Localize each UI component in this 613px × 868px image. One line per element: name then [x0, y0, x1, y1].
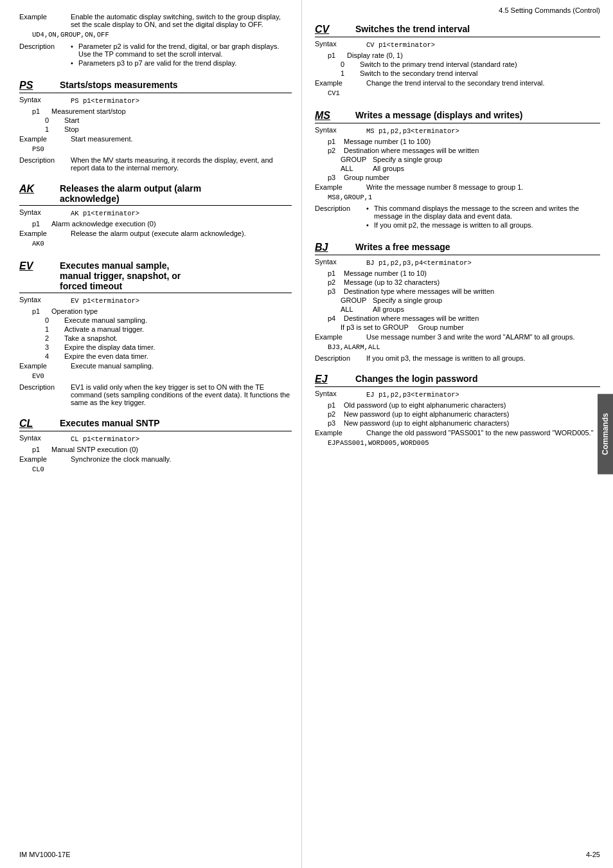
left-column: Example Enable the automatic display swi… [0, 0, 302, 868]
ps-desc-text: When the MV starts measuring, it records… [71, 156, 292, 172]
ak-code: AK [19, 183, 55, 195]
ej-p2-label: p2 [328, 410, 344, 418]
ak-p1-label: p1 [32, 220, 51, 228]
ms-example-code: MS8,GROUP,1 [328, 194, 372, 201]
cl-heading: Executes manual SNTP [60, 418, 160, 428]
bj-p1-label: p1 [328, 269, 344, 277]
ak-section: AK Releases the alarm output (alarm ackn… [19, 183, 292, 249]
bullet-icon-2: • [71, 59, 78, 67]
cl-syntax-text: CL p1<terminator> [71, 435, 292, 443]
ms-p2-desc: Destination where messages will be writt… [344, 147, 479, 154]
bj-p3-label: p3 [328, 287, 344, 295]
ev-val1-desc: Activate a manual trigger. [64, 325, 144, 333]
ms-bullet-icon-2: • [366, 221, 374, 229]
ak-heading1: Releases the alarm output (alarm [60, 183, 201, 194]
cl-example-code: CL0 [32, 466, 44, 473]
ev-title-row: EV Executes manual sample, manual trigge… [19, 260, 292, 293]
footer-right: 4-25 [586, 851, 600, 858]
ej-example-label: Example [315, 429, 366, 437]
ev-desc-label: Description [19, 383, 71, 406]
ms-p3-label: p3 [328, 174, 344, 181]
ms-all-desc: All groups [373, 165, 404, 172]
bj-desc-text: If you omit p3, the message is written t… [366, 354, 600, 362]
cv-syntax-text: CV p1<terminator> [366, 41, 600, 49]
ms-desc-label: Description [315, 204, 366, 230]
cv-val1-desc: Switch to the secondary trend interval [360, 69, 477, 77]
intro-bullet-1-text: Parameter p2 is valid for the trend, dig… [78, 42, 292, 58]
bj-group-desc: Specify a single group [373, 296, 442, 304]
ej-example-code: EJPASS001,WORD005,WORD005 [328, 439, 429, 447]
ej-section: EJ Changes the login password Syntax EJ … [315, 374, 600, 448]
header-title: 4.5 Setting Commands (Control) [499, 6, 600, 14]
ps-syntax-text: PS p1<terminator> [71, 97, 292, 105]
ev-val2-desc: Take a snapshot. [64, 334, 118, 342]
ms-section: MS Writes a message (displays and writes… [315, 110, 600, 230]
bj-example-text: Use message number 3 and write the word … [366, 333, 600, 341]
cl-example-label: Example [19, 455, 71, 463]
bj-group-label: GROUP [341, 296, 373, 304]
ms-example-label: Example [315, 183, 366, 191]
ev-val4: 4 [45, 352, 64, 360]
bj-p4-label: p4 [328, 314, 344, 322]
cl-section: CL Executes manual SNTP Syntax CL p1<ter… [19, 418, 292, 475]
intro-example-code: UD4,ON,GROUP,ON,OFF [32, 31, 292, 39]
ev-example-text: Execute manual sampling. [71, 362, 292, 370]
ej-p3-label: p3 [328, 419, 344, 427]
page-header: 4.5 Setting Commands (Control) [315, 6, 600, 17]
right-column: 4.5 Setting Commands (Control) CV Switch… [302, 0, 613, 868]
ms-p3-desc: Group number [344, 174, 389, 181]
ps-example-text: Start measurement. [71, 135, 292, 143]
ev-heading: Executes manual sample, manual trigger, … [60, 260, 181, 291]
cl-syntax-label: Syntax [19, 434, 71, 444]
intro-bullet-1: • Parameter p2 is valid for the trend, d… [71, 42, 292, 58]
ev-syntax-text: EV p1<terminator> [71, 297, 292, 305]
ms-p2-label: p2 [328, 147, 344, 154]
bj-all-desc: All groups [373, 305, 404, 313]
ps-title-row: PS Starts/stops measurements [19, 80, 292, 93]
ms-syntax-label: Syntax [315, 126, 366, 136]
ev-val3-desc: Expire the display data timer. [64, 343, 155, 351]
cl-p1-desc: Manual SNTP execution (0) [51, 446, 138, 453]
ms-syntax-text: MS p1,p2,p3<terminator> [366, 127, 600, 135]
bj-heading: Writes a free message [355, 242, 450, 252]
ej-code: EJ [315, 374, 350, 385]
ak-p1-desc: Alarm acknowledge execution (0) [51, 220, 156, 228]
ev-example-label: Example [19, 362, 71, 370]
ms-bullet-icon-1: • [366, 204, 374, 220]
bj-section: BJ Writes a free message Syntax BJ p1,p2… [315, 242, 600, 362]
ev-heading2: manual trigger, snapshot, or [60, 271, 181, 281]
ej-p1-desc: Old password (up to eight alphanumeric c… [344, 401, 506, 409]
ej-syntax-label: Syntax [315, 390, 366, 400]
bj-p4-note: If p3 is set to GROUP Group number [341, 323, 464, 331]
ev-val2: 2 [45, 334, 64, 342]
cv-example-code: CV1 [328, 89, 340, 97]
footer-left: IM MV1000-17E [19, 851, 70, 858]
cv-section: CV Switches the trend interval Syntax CV… [315, 24, 600, 98]
cv-p1-desc: Display rate (0, 1) [347, 51, 403, 59]
ak-syntax-label: Syntax [19, 208, 71, 219]
cv-heading: Switches the trend interval [355, 24, 470, 34]
ms-bullet-2: • If you omit p2, the message is written… [366, 221, 600, 229]
ms-bullet-2-text: If you omit p2, the message is written t… [374, 221, 533, 229]
bj-all-label: ALL [341, 305, 373, 313]
bj-title-row: BJ Writes a free message [315, 242, 600, 255]
cv-val1: 1 [341, 69, 360, 77]
ev-heading3: forced timeout [60, 281, 122, 291]
bullet-icon-1: • [71, 42, 78, 58]
cv-example-label: Example [315, 79, 366, 87]
ak-title-row: AK Releases the alarm output (alarm ackn… [19, 183, 292, 206]
ev-val0-desc: Execute manual sampling. [64, 316, 147, 324]
ej-p2-desc: New password (up to eight alphanumeric c… [344, 410, 509, 418]
bj-syntax-text: BJ p1,p2,p3,p4<terminator> [366, 259, 600, 267]
ev-example-code: EV0 [32, 372, 44, 380]
cv-val0-desc: Switch to the primary trend interval (st… [360, 60, 517, 68]
ms-title-row: MS Writes a message (displays and writes… [315, 110, 600, 123]
cl-code: CL [19, 418, 55, 429]
ms-bullet-1-text: This command displays the message to the… [374, 204, 600, 220]
intro-section: Example Enable the automatic display swi… [19, 13, 292, 68]
ms-heading: Writes a message (displays and writes) [355, 110, 522, 120]
ev-code: EV [19, 260, 55, 272]
page-footer: IM MV1000-17E 4-25 [0, 851, 613, 858]
bj-desc-label: Description [315, 354, 366, 362]
cv-p1-label: p1 [328, 51, 347, 59]
